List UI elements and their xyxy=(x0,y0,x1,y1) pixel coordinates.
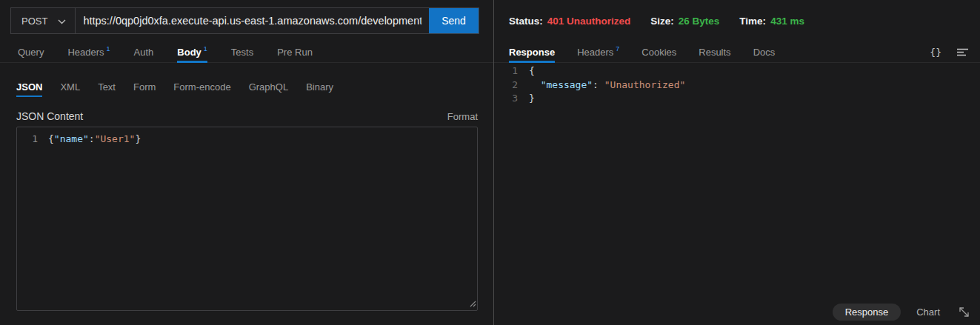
response-toolbar-icons: {} xyxy=(930,41,970,62)
size-label: Size: xyxy=(650,16,674,27)
tab-label: Tests xyxy=(231,47,253,58)
tab-label: Query xyxy=(18,47,44,58)
body-tab-form[interactable]: Form xyxy=(133,77,156,97)
response-line: 3 } xyxy=(494,92,980,106)
time-label: Time: xyxy=(739,16,766,27)
line-number: 1 xyxy=(494,64,518,78)
response-size: Size: 26 Bytes xyxy=(650,16,719,27)
url-bar: POST Send xyxy=(10,7,479,34)
response-tabs: Response Headers7 Cookies Results Docs {… xyxy=(494,41,980,63)
response-line: 1 { xyxy=(494,64,980,78)
http-method-select[interactable]: POST xyxy=(11,8,76,33)
tab-label: Pre Run xyxy=(277,47,313,58)
view-chart-button[interactable]: Chart xyxy=(916,306,940,318)
tab-response-headers[interactable]: Headers7 xyxy=(577,41,619,62)
response-line: 2 "message": "Unauthorized" xyxy=(494,78,980,93)
response-code: "message": "Unauthorized" xyxy=(529,78,685,93)
response-body-viewer[interactable]: 1 { 2 "message": "Unauthorized" 3 } xyxy=(494,64,980,106)
body-count-badge: 1 xyxy=(204,45,207,53)
request-panel: POST Send Query Headers1 Auth Body1 T xyxy=(0,0,493,325)
json-content-header: JSON Content Format xyxy=(16,109,478,124)
tab-label: Headers xyxy=(67,47,104,58)
tab-cookies[interactable]: Cookies xyxy=(641,41,676,62)
url-input[interactable] xyxy=(76,8,429,33)
tab-pre-run[interactable]: Pre Run xyxy=(277,41,313,62)
tab-response[interactable]: Response xyxy=(509,41,555,62)
body-type-tabs: JSON XML Text Form Form-encode GraphQL B… xyxy=(16,77,351,97)
body-tab-binary[interactable]: Binary xyxy=(306,77,333,97)
tab-label: Docs xyxy=(753,47,776,58)
tab-label: Cookies xyxy=(641,47,676,58)
body-tab-json[interactable]: JSON xyxy=(16,77,42,97)
view-response-button[interactable]: Response xyxy=(833,304,901,321)
body-tab-text[interactable]: Text xyxy=(98,77,116,97)
resize-handle-icon[interactable] xyxy=(468,298,476,309)
body-tab-form-encode[interactable]: Form-encode xyxy=(173,77,230,97)
status-label: Status: xyxy=(509,16,543,27)
tab-label: Results xyxy=(699,47,730,58)
request-body-editor[interactable]: 1 {"name":"User1"} xyxy=(16,127,478,311)
headers-count-badge: 1 xyxy=(107,45,110,53)
response-time: Time: 431 ms xyxy=(739,16,804,27)
request-tabs: Query Headers1 Auth Body1 Tests Pre Run xyxy=(0,41,493,63)
tab-headers[interactable]: Headers1 xyxy=(67,41,110,62)
tab-label: Headers xyxy=(577,47,613,58)
status-value: 401 Unauthorized xyxy=(547,16,631,27)
http-method-value: POST xyxy=(21,16,47,27)
tab-results[interactable]: Results xyxy=(699,41,730,62)
json-content-title: JSON Content xyxy=(16,110,83,122)
editor-code: {"name":"User1"} xyxy=(48,133,141,146)
expand-icon[interactable] xyxy=(957,305,971,319)
line-number: 2 xyxy=(494,78,518,93)
time-value: 431 ms xyxy=(770,16,804,27)
format-button[interactable]: Format xyxy=(447,111,478,122)
api-client-window: POST Send Query Headers1 Auth Body1 T xyxy=(0,0,980,325)
tab-label: Auth xyxy=(134,47,154,58)
line-number: 1 xyxy=(17,133,38,146)
raw-json-toggle-icon[interactable]: {} xyxy=(930,47,941,58)
response-panel: Status: 401 Unauthorized Size: 26 Bytes … xyxy=(494,0,980,325)
response-status-row: Status: 401 Unauthorized Size: 26 Bytes … xyxy=(509,16,804,27)
status-code: Status: 401 Unauthorized xyxy=(509,16,630,27)
tab-label: Response xyxy=(509,47,555,58)
editor-line: 1 {"name":"User1"} xyxy=(17,127,477,146)
response-view-toggle: Response Chart xyxy=(833,302,971,321)
word-wrap-icon[interactable] xyxy=(956,47,970,57)
tab-body[interactable]: Body1 xyxy=(177,41,207,62)
line-number: 3 xyxy=(494,92,518,106)
tab-query[interactable]: Query xyxy=(18,41,44,62)
tab-label: Body xyxy=(177,47,201,58)
chevron-down-icon xyxy=(58,19,66,24)
body-tab-xml[interactable]: XML xyxy=(60,77,80,97)
tab-docs[interactable]: Docs xyxy=(753,41,776,62)
tab-auth[interactable]: Auth xyxy=(134,41,154,62)
body-tab-graphql[interactable]: GraphQL xyxy=(249,77,288,97)
tab-tests[interactable]: Tests xyxy=(231,41,253,62)
size-value: 26 Bytes xyxy=(679,16,720,27)
response-headers-count-badge: 7 xyxy=(616,45,619,53)
send-button[interactable]: Send xyxy=(429,8,479,33)
